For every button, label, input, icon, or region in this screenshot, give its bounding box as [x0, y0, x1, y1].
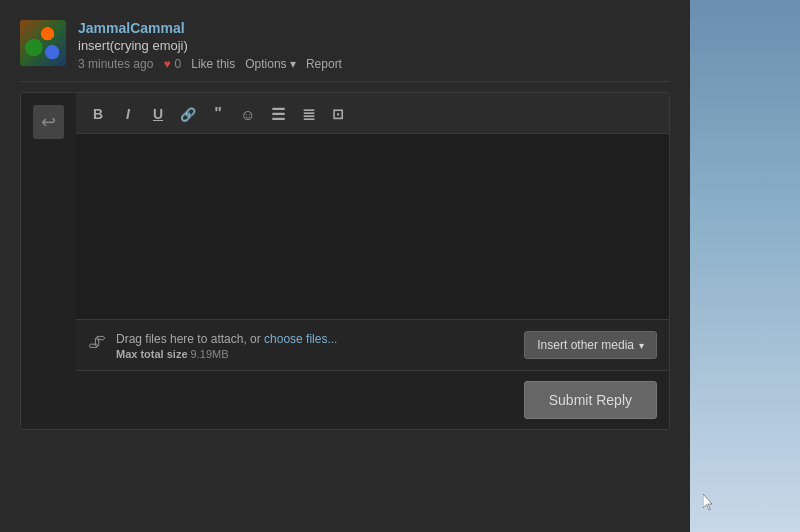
main-content: JammalCammal insert(crying emoji) 3 minu… — [0, 0, 690, 532]
editor-avatar-area: ↩ — [21, 93, 76, 151]
likes: ♥ 0 — [163, 57, 181, 71]
sky-background — [680, 0, 800, 532]
underline-button[interactable]: U — [144, 101, 172, 127]
editor-row: ↩ B I U 🔗 " ☺ — [21, 93, 669, 429]
heart-icon: ♥ — [163, 57, 170, 71]
comment-meta: 3 minutes ago ♥ 0 Like this Options ▾ Re… — [78, 57, 670, 71]
submit-reply-button[interactable]: Submit Reply — [524, 381, 657, 419]
editor-area[interactable] — [76, 134, 669, 319]
comment-text: insert(crying emoji) — [78, 38, 670, 53]
likes-count: 0 — [175, 57, 182, 71]
attach-info: Drag files here to attach, or choose fil… — [116, 330, 337, 360]
like-this-button[interactable]: Like this — [191, 57, 235, 71]
reply-editor: ↩ B I U 🔗 " ☺ — [20, 92, 670, 430]
toolbar: B I U 🔗 " ☺ ☰ ≣ ⊡ — [76, 93, 669, 134]
avatar — [20, 20, 66, 66]
attach-left: 🖇 Drag files here to attach, or choose f… — [88, 330, 337, 360]
report-button[interactable]: Report — [306, 57, 342, 71]
paperclip-icon: 🖇 — [88, 332, 106, 353]
image-button[interactable]: ⊡ — [324, 101, 352, 127]
unordered-list-button[interactable]: ☰ — [264, 101, 292, 127]
dropdown-arrow-icon: ▾ — [639, 340, 644, 351]
attach-section: 🖇 Drag files here to attach, or choose f… — [76, 319, 669, 370]
editor-main: B I U 🔗 " ☺ ☰ ≣ ⊡ — [76, 93, 669, 429]
link-button[interactable]: 🔗 — [174, 101, 202, 127]
comment-body: JammalCammal insert(crying emoji) 3 minu… — [78, 20, 670, 71]
italic-button[interactable]: I — [114, 101, 142, 127]
emoji-button[interactable]: ☺ — [234, 101, 262, 127]
options-button[interactable]: Options ▾ — [245, 57, 296, 71]
comment-block: JammalCammal insert(crying emoji) 3 minu… — [20, 10, 670, 82]
timestamp: 3 minutes ago — [78, 57, 153, 71]
bold-button[interactable]: B — [84, 101, 112, 127]
avatar-icon: ↩ — [41, 111, 56, 133]
submit-section: Submit Reply — [76, 370, 669, 429]
ordered-list-button[interactable]: ≣ — [294, 101, 322, 127]
quote-button[interactable]: " — [204, 101, 232, 127]
editor-avatar: ↩ — [33, 105, 64, 139]
max-size: Max total size 9.19MB — [116, 348, 337, 360]
choose-files-link[interactable]: choose files... — [264, 332, 337, 346]
username: JammalCammal — [78, 20, 670, 36]
insert-media-button[interactable]: Insert other media ▾ — [524, 331, 657, 359]
drag-instruction: Drag files here to attach, or — [116, 332, 264, 346]
